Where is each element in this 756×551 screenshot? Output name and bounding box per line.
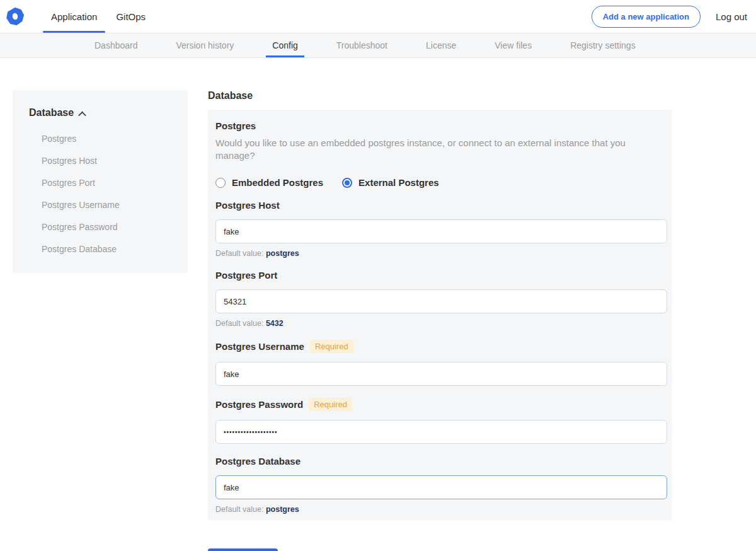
add-new-application-button[interactable]: Add a new application (592, 6, 701, 28)
default-label: Default value: (215, 505, 263, 514)
config-group-title: Database (208, 90, 672, 102)
radio-label-embedded: Embedded Postgres (232, 177, 323, 188)
sidebar-item-postgres[interactable]: Postgres (42, 134, 175, 143)
postgres-database-default-hint: Default value: postgres (215, 505, 665, 514)
postgres-radio-group: Embedded Postgres External Postgres (215, 177, 665, 188)
subnav-version-history[interactable]: Version history (170, 33, 241, 57)
radio-option-external-postgres[interactable]: External Postgres (342, 177, 439, 188)
config-group-card: Postgres Would you like to use an embedd… (208, 110, 672, 520)
subnav-dashboard[interactable]: Dashboard (88, 33, 144, 57)
postgres-password-input[interactable] (215, 420, 667, 444)
field-postgres-port: Postgres Port Default value: 5432 (215, 270, 665, 328)
top-header: Application GitOps Add a new application… (0, 0, 756, 33)
logout-link[interactable]: Log out (716, 11, 747, 22)
required-badge: Required (310, 340, 353, 353)
default-label: Default value: (215, 319, 263, 328)
subnav-config[interactable]: Config (266, 33, 304, 57)
chevron-up-icon (78, 111, 86, 119)
tab-gitops-label: GitOps (116, 11, 146, 22)
field-label-postgres-host: Postgres Host (215, 200, 280, 211)
save-config-button[interactable]: Save config (208, 548, 278, 551)
default-label: Default value: (215, 249, 263, 258)
header-tabs: Application GitOps (42, 0, 155, 33)
subnav-view-files[interactable]: View files (488, 33, 538, 57)
default-value: postgres (266, 249, 299, 258)
radio-label-external: External Postgres (358, 177, 439, 188)
radio-option-embedded-postgres[interactable]: Embedded Postgres (215, 177, 323, 188)
subnav-troubleshoot[interactable]: Troubleshoot (330, 33, 394, 57)
default-value: postgres (266, 505, 299, 514)
subnav-registry-settings[interactable]: Registry settings (564, 33, 641, 57)
sidebar-item-postgres-port[interactable]: Postgres Port (42, 178, 175, 187)
sidebar-item-postgres-database[interactable]: Postgres Database (42, 245, 175, 253)
field-postgres-username: Postgres Username Required (215, 340, 665, 386)
radio-selected-icon[interactable] (342, 178, 352, 188)
radio-unselected-icon[interactable] (215, 178, 226, 188)
default-value: 5432 (266, 319, 284, 328)
subnav-license[interactable]: License (420, 33, 462, 57)
sidebar-item-postgres-username[interactable]: Postgres Username (42, 200, 175, 209)
postgres-item-help-text: Would you like to use an embedded postgr… (215, 137, 665, 162)
sidebar-group-database[interactable]: Database (29, 107, 175, 119)
app-logo-icon (6, 8, 24, 25)
radio-dot (345, 180, 350, 185)
postgres-host-default-hint: Default value: postgres (215, 249, 665, 258)
config-content: Database Postgres Postgres Host Postgres… (0, 90, 756, 551)
field-label-postgres-database: Postgres Database (215, 456, 301, 467)
postgres-username-input[interactable] (215, 362, 667, 386)
field-label-postgres-port: Postgres Port (215, 270, 277, 281)
postgres-host-input[interactable] (215, 219, 667, 243)
postgres-item-label: Postgres (215, 120, 665, 131)
required-badge: Required (309, 398, 352, 411)
field-postgres-database: Postgres Database Default value: postgre… (215, 456, 665, 514)
config-sidebar: Database Postgres Postgres Host Postgres… (13, 90, 188, 273)
sidebar-item-postgres-host[interactable]: Postgres Host (42, 156, 175, 165)
sidebar-item-postgres-password[interactable]: Postgres Password (42, 223, 175, 231)
sidebar-group-label: Database (29, 107, 74, 119)
field-postgres-host: Postgres Host Default value: postgres (215, 200, 665, 258)
tab-gitops[interactable]: GitOps (108, 0, 154, 33)
postgres-port-default-hint: Default value: 5432 (215, 319, 665, 328)
app-subnav: Dashboard Version history Config Trouble… (0, 33, 756, 58)
field-label-postgres-password: Postgres Password (215, 399, 303, 410)
tab-application[interactable]: Application (43, 0, 105, 33)
postgres-database-input[interactable] (215, 475, 667, 499)
postgres-port-input[interactable] (215, 289, 667, 313)
tab-application-label: Application (51, 11, 97, 22)
config-main: Database Postgres Would you like to use … (208, 90, 672, 551)
sidebar-item-list: Postgres Postgres Host Postgres Port Pos… (29, 134, 175, 253)
field-postgres-password: Postgres Password Required (215, 398, 665, 444)
field-label-postgres-username: Postgres Username (215, 341, 304, 352)
